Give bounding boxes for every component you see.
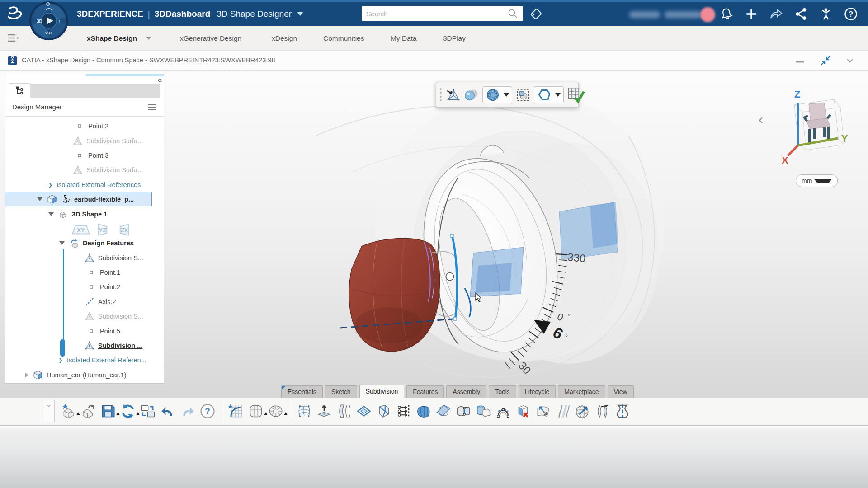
search-input[interactable]: [366, 10, 507, 18]
subdivision-surface-button[interactable]: [294, 401, 314, 422]
expander-down-icon[interactable]: [48, 212, 54, 216]
tree-row-isolated-external-references[interactable]: ❯Isolated External References: [5, 178, 164, 192]
dropdown-caret-icon[interactable]: [555, 93, 561, 97]
swap-faces-button[interactable]: [533, 401, 553, 422]
mirror-symmetry-button[interactable]: [613, 401, 632, 422]
share-icon[interactable]: [769, 6, 784, 22]
3ds-logo[interactable]: [5, 5, 29, 23]
plane-icon-xy[interactable]: XY: [72, 223, 90, 235]
search-icon[interactable]: [507, 8, 519, 19]
dropdown-caret-icon[interactable]: [504, 93, 509, 97]
collapse-toolbar-button[interactable]: ⌄: [43, 400, 55, 422]
app-tab-3dplay[interactable]: 3DPlay: [443, 26, 466, 51]
manipulator-handle[interactable]: [446, 273, 454, 281]
undo-button[interactable]: [158, 401, 178, 422]
extrude-face-button[interactable]: [314, 401, 334, 422]
cage-edit-button[interactable]: [493, 401, 513, 422]
expander-down-icon[interactable]: [59, 241, 65, 245]
app-tab-xdesign[interactable]: xDesign: [272, 26, 297, 51]
panel-tab-strip[interactable]: [30, 84, 160, 98]
ribbon-tab-subdivision[interactable]: Subdivision: [359, 385, 405, 398]
tree-row-3d-shape-1[interactable]: 3D Shape 1: [5, 206, 164, 221]
community-icon[interactable]: [818, 6, 834, 22]
app-tab-my-data[interactable]: My Data: [391, 26, 417, 51]
tree-row-subdivision-[interactable]: Subdivision ...: [5, 338, 164, 353]
display-spheres-button[interactable]: [464, 86, 479, 103]
tree-row-isolated-external-referen-[interactable]: ❯Isolated External Referen...: [5, 353, 164, 367]
minimize-button[interactable]: [794, 54, 807, 67]
tree-row-subdivision-s-[interactable]: Subdivision S...: [5, 309, 164, 324]
offset-curve-button[interactable]: [553, 401, 573, 422]
project-sphere-button[interactable]: [573, 401, 593, 422]
exchange-button[interactable]: [138, 401, 158, 422]
collapse-window-button[interactable]: [819, 54, 832, 67]
window-menu-chevron-icon[interactable]: [844, 54, 856, 67]
ribbon-tab-view[interactable]: View: [608, 385, 634, 398]
share-network-icon[interactable]: [793, 6, 809, 22]
tree-row-subdivision-s-[interactable]: Subdivision S...: [5, 251, 164, 265]
patch-surface-button[interactable]: [414, 401, 434, 422]
tree-link-label[interactable]: Isolated External Referen...: [67, 357, 146, 364]
blend-primitive-button[interactable]: [473, 401, 493, 422]
ribbon-tab-lifecycle[interactable]: Lifecycle: [519, 385, 556, 398]
ribbon-tab-tools[interactable]: Tools: [489, 385, 516, 398]
subdivision-cylinder-button[interactable]: [266, 401, 286, 422]
tree-row-human-ear-human-ear-1-[interactable]: Human_ear (Human_ear.1): [5, 368, 164, 382]
bend-surface-button[interactable]: [334, 401, 354, 422]
navigation-triad[interactable]: Z Y X: [781, 86, 851, 165]
expander-right-icon[interactable]: [25, 372, 28, 378]
expander-down-icon[interactable]: [37, 197, 42, 201]
viewport[interactable]: 3300°6°30 Z Y X ‹: [0, 71, 868, 398]
validate-button[interactable]: [567, 86, 584, 103]
weld-surfaces-button[interactable]: [453, 401, 473, 422]
refresh-button[interactable]: [118, 401, 138, 422]
align-planes-button[interactable]: [593, 401, 613, 422]
match-edges-button[interactable]: [394, 401, 414, 422]
tree-row-subdivision-surfa-[interactable]: Subdivision Surfa...: [5, 133, 164, 148]
app-tab-communities[interactable]: Communities: [323, 26, 364, 51]
help-icon[interactable]: ?: [843, 6, 859, 22]
tree-row-point-5[interactable]: Point.5: [5, 324, 164, 338]
ribbon-tab-marketplace[interactable]: Marketplace: [558, 385, 605, 398]
history-scrub-handle[interactable]: [60, 339, 65, 357]
tree-row-design-features[interactable]: Design Features: [5, 236, 164, 250]
plane-icon-yz[interactable]: YZ: [94, 223, 112, 235]
app-tab-xgenerative-design[interactable]: xGenerative Design: [180, 26, 241, 51]
tree-row-earbud-flexible-p-[interactable]: earbud-flexible_p...: [5, 192, 152, 206]
tree-row-point-2[interactable]: Point.2: [5, 119, 164, 133]
new-shape-button[interactable]: [58, 401, 78, 422]
subdivision-box-button[interactable]: [246, 401, 266, 422]
polygon-filter-button[interactable]: [534, 86, 564, 103]
wireframe-sphere-button[interactable]: [482, 86, 512, 103]
avatar[interactable]: [700, 7, 715, 22]
delete-face-button[interactable]: [513, 401, 533, 422]
dropdown-caret-icon[interactable]: [284, 412, 288, 415]
chevron-right-icon[interactable]: ❯: [58, 357, 63, 363]
save-button[interactable]: [98, 401, 118, 422]
ribbon-tab-essentials[interactable]: Essentials: [281, 385, 323, 398]
tree-row-axis-2[interactable]: Axis.2: [5, 295, 164, 309]
help-button[interactable]: ?: [198, 401, 217, 422]
collapse-right-panel-icon[interactable]: ‹: [759, 113, 763, 126]
ribbon-tab-assembly[interactable]: Assembly: [446, 385, 486, 398]
ribbon-tab-sketch[interactable]: Sketch: [325, 385, 357, 398]
inset-face-button[interactable]: [354, 401, 374, 422]
3dexperience-compass-logo[interactable]: 3D i V,R: [29, 1, 69, 41]
units-dropdown[interactable]: mm: [796, 174, 838, 187]
tree-row-point-1[interactable]: Point.1: [5, 265, 164, 280]
tab-chevron-down-icon[interactable]: [146, 37, 151, 40]
split-body-button[interactable]: [434, 401, 453, 422]
plus-icon[interactable]: [744, 6, 759, 22]
tree-row-planes[interactable]: XYYZZX: [5, 221, 164, 236]
collapse-panel-icon[interactable]: «: [158, 76, 162, 84]
open-shape-button[interactable]: [78, 401, 98, 422]
search-bar[interactable]: [362, 6, 523, 21]
y-axis[interactable]: [798, 138, 838, 145]
edit-subdivision-button[interactable]: [446, 86, 461, 103]
tree-link-label[interactable]: Isolated External References: [57, 181, 141, 188]
ribbon-tab-features[interactable]: Features: [406, 385, 444, 398]
plane-icon-zx[interactable]: ZX: [115, 223, 133, 235]
app-switcher-chevron-icon[interactable]: [297, 12, 303, 16]
panel-menu-icon[interactable]: [147, 103, 156, 111]
bevel-face-button[interactable]: [374, 401, 394, 422]
